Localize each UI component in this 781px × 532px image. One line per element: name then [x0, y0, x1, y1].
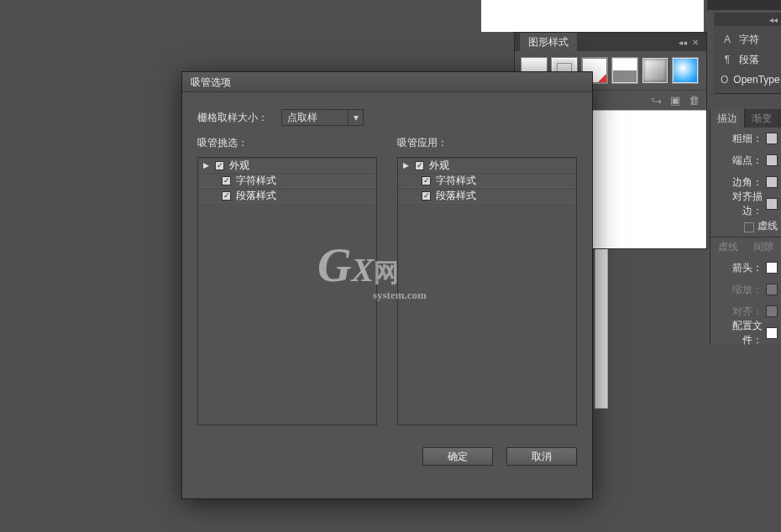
character-icon: A [721, 34, 734, 45]
dashed-checkbox[interactable] [744, 222, 754, 232]
align-stroke-control[interactable] [766, 198, 778, 210]
label-arrow: 箭头： [714, 261, 766, 275]
app-top-bar-fragment [707, 0, 781, 10]
chevron-down-icon: ▾ [348, 110, 363, 125]
style-swatch-5[interactable] [642, 58, 668, 83]
dropdown-value: 点取样 [282, 111, 348, 125]
break-link-icon[interactable]: ⮑ [651, 94, 662, 107]
panel-button-label: 段落 [739, 53, 759, 67]
cancel-button[interactable]: 取消 [506, 447, 577, 466]
tree-row-appearance[interactable]: ▶ 外观 [198, 158, 376, 173]
picks-tree: ▶ 外观 字符样式 段落样式 [197, 157, 377, 425]
panel-button-label: OpenType [733, 74, 779, 86]
expand-icon[interactable]: ▶ [203, 161, 212, 170]
checkbox-appearance[interactable] [415, 161, 424, 170]
label-profile: 配置文件： [714, 319, 766, 347]
panel-dock-header: ◂◂ [714, 13, 781, 26]
checkbox-appearance[interactable] [215, 161, 224, 170]
expand-icon[interactable]: ▶ [403, 161, 411, 170]
applies-tree: ▶ 外观 字符样式 段落样式 [397, 157, 577, 425]
ok-button[interactable]: 确定 [422, 447, 493, 466]
tab-stroke[interactable]: 描边 [710, 109, 745, 128]
cap-control[interactable] [766, 154, 778, 166]
tree-label: 段落样式 [236, 189, 276, 203]
arrow-control[interactable] [766, 262, 778, 274]
stroke-panel: 描边 渐变 粗细： 端点： 边角： 对齐描边： 虚线 虚线 间隙 箭头： 缩放：… [710, 109, 781, 344]
label-align-stroke: 对齐描边： [714, 190, 766, 218]
label-eyedropper-picks: 吸管挑选： [197, 136, 377, 150]
tree-row-char-style[interactable]: 字符样式 [398, 173, 576, 188]
label-scale: 缩放： [714, 283, 766, 297]
style-swatch-6[interactable] [673, 58, 698, 83]
tree-row-para-style[interactable]: 段落样式 [198, 188, 376, 203]
tree-row-para-style[interactable]: 段落样式 [398, 188, 576, 203]
panel-header[interactable]: 图形样式 ◂◂ ✕ [515, 33, 706, 51]
tree-label: 段落样式 [436, 189, 476, 203]
label-eyedropper-applies: 吸管应用： [397, 136, 577, 150]
label-cap: 端点： [714, 154, 766, 168]
panel-button-opentype[interactable]: O OpenType [714, 70, 781, 90]
tree-row-char-style[interactable]: 字符样式 [198, 173, 376, 188]
panel-tab-graphic-styles[interactable]: 图形样式 [520, 33, 577, 52]
label-dash: 虚线 [710, 237, 746, 257]
style-swatch-4[interactable] [612, 58, 637, 83]
document-canvas-edge [481, 0, 704, 32]
panel-button-character[interactable]: A 字符 [714, 29, 781, 50]
checkbox-char-style[interactable] [222, 176, 231, 185]
raster-sample-dropdown[interactable]: 点取样 ▾ [281, 109, 364, 126]
dash-gap-labels: 虚线 间隙 [710, 237, 781, 257]
label-corner: 边角： [714, 175, 766, 190]
tree-label: 字符样式 [236, 174, 276, 188]
eyedropper-options-dialog: 吸管选项 栅格取样大小： 点取样 ▾ 吸管挑选： ▶ 外观 [181, 71, 593, 499]
tab-gradient[interactable]: 渐变 [745, 109, 779, 128]
panel-button-paragraph[interactable]: ¶ 段落 [714, 50, 781, 70]
trash-icon[interactable]: 🗑 [689, 94, 700, 107]
checkbox-para-style[interactable] [422, 191, 431, 201]
new-style-icon[interactable]: ▣ [670, 94, 680, 107]
tree-label: 外观 [229, 159, 249, 173]
weight-control[interactable] [766, 133, 778, 144]
collapse-icon[interactable]: ◂◂ [769, 15, 778, 24]
tree-row-appearance[interactable]: ▶ 外观 [398, 158, 576, 173]
label-raster-sample-size: 栅格取样大小： [197, 111, 281, 125]
scale-control [766, 284, 778, 295]
tree-label: 外观 [429, 159, 449, 173]
close-icon[interactable]: ✕ [689, 38, 701, 47]
checkbox-char-style[interactable] [422, 176, 431, 185]
label-dashed: 虚线 [757, 219, 778, 233]
opentype-icon: O [721, 74, 728, 86]
align-arrow-control [766, 305, 778, 317]
collapse-icon[interactable]: ◂◂ [676, 38, 689, 47]
dialog-title[interactable]: 吸管选项 [182, 72, 592, 92]
tree-label: 字符样式 [436, 174, 476, 188]
label-gap: 间隙 [746, 237, 781, 257]
paragraph-icon: ¶ [721, 54, 734, 65]
profile-control[interactable] [766, 327, 778, 339]
label-align-arrow: 对齐： [714, 305, 766, 319]
label-weight: 粗细： [714, 132, 766, 146]
checkbox-para-style[interactable] [222, 191, 231, 201]
panel-button-label: 字符 [739, 33, 759, 47]
corner-control[interactable] [766, 176, 778, 188]
right-panel-tabs: ◂◂ A 字符 ¶ 段落 O OpenType [714, 13, 781, 94]
